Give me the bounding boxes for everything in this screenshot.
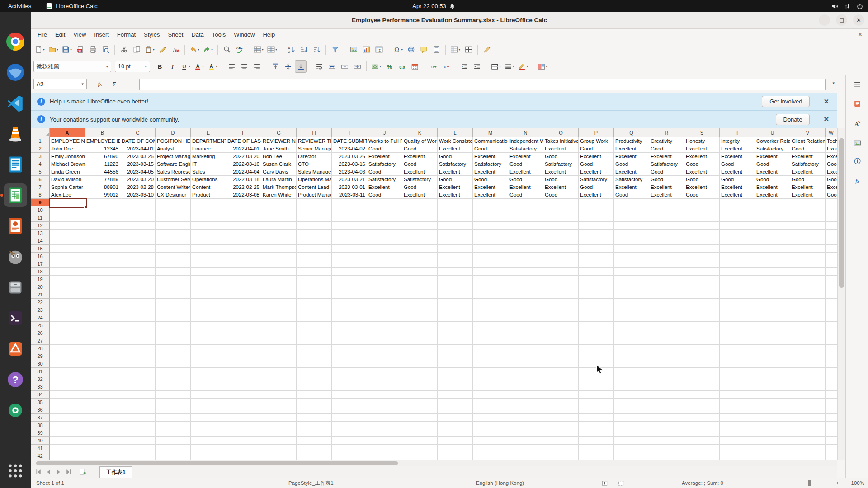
cell-M4[interactable]: Satisfactory [473, 160, 508, 168]
cell-W10[interactable] [826, 206, 837, 214]
open-button[interactable]: ▾ [47, 43, 60, 56]
cell-U3[interactable]: Excellent [755, 153, 790, 160]
cell-A16[interactable] [50, 253, 85, 260]
cell-F10[interactable] [226, 206, 261, 214]
cell-C24[interactable] [120, 314, 156, 322]
cell-H30[interactable] [297, 360, 332, 368]
cell-I25[interactable] [332, 322, 367, 329]
row-header-41[interactable]: 41 [31, 445, 50, 452]
cell-V31[interactable] [790, 368, 826, 375]
cell-W9[interactable] [826, 199, 837, 206]
volume-icon[interactable] [831, 3, 838, 10]
cell-L19[interactable] [438, 276, 473, 283]
cell-K26[interactable] [402, 329, 438, 337]
cell-H41[interactable] [297, 445, 332, 452]
row-header-16[interactable]: 16 [31, 253, 50, 260]
cell-W23[interactable] [826, 306, 837, 314]
cell-P39[interactable] [579, 429, 614, 437]
cell-U38[interactable] [755, 422, 790, 429]
cell-F33[interactable] [226, 383, 261, 391]
cell-D22[interactable] [156, 299, 191, 306]
cell-P42[interactable] [579, 452, 614, 460]
cell-H27[interactable] [297, 337, 332, 345]
cell-W34[interactable] [826, 391, 837, 399]
column-header-N[interactable]: N [508, 128, 543, 137]
cell-S22[interactable] [684, 299, 720, 306]
cell-R17[interactable] [649, 260, 684, 268]
cell-T30[interactable] [720, 360, 755, 368]
cell-L1[interactable]: Work Consistency [438, 137, 473, 145]
menu-help[interactable]: Help [259, 28, 279, 41]
align-left-button[interactable] [226, 60, 237, 73]
cell-N42[interactable] [508, 452, 543, 460]
cell-M30[interactable] [473, 360, 508, 368]
column-header-F[interactable]: F [226, 128, 261, 137]
cell-T26[interactable] [720, 329, 755, 337]
column-header-K[interactable]: K [402, 128, 438, 137]
cell-P1[interactable]: Group Work [579, 137, 614, 145]
cell-L37[interactable] [438, 414, 473, 422]
cell-H2[interactable]: Senior Manager [297, 145, 332, 153]
cell-E38[interactable] [191, 422, 226, 429]
cell-B38[interactable] [85, 422, 120, 429]
cell-T32[interactable] [720, 375, 755, 383]
column-header-R[interactable]: R [649, 128, 684, 137]
cell-W14[interactable] [826, 237, 837, 245]
cell-C7[interactable]: 2023-02-28 [120, 183, 156, 191]
cell-D2[interactable]: Analyst [156, 145, 191, 153]
column-header-U[interactable]: U [755, 128, 790, 137]
column-header-A[interactable]: A [50, 128, 85, 137]
dropdown-arrow-icon[interactable]: ▾ [401, 48, 403, 52]
cell-M36[interactable] [473, 406, 508, 414]
cell-R32[interactable] [649, 375, 684, 383]
cell-D33[interactable] [156, 383, 191, 391]
indent-increase-button[interactable] [458, 60, 470, 73]
menu-file[interactable]: File [33, 28, 51, 41]
cell-H32[interactable] [297, 375, 332, 383]
cell-A23[interactable] [50, 306, 85, 314]
cell-L34[interactable] [438, 391, 473, 399]
cell-D24[interactable] [156, 314, 191, 322]
cell-N27[interactable] [508, 337, 543, 345]
cell-C12[interactable] [120, 222, 156, 230]
cell-V25[interactable] [790, 322, 826, 329]
cell-L20[interactable] [438, 283, 473, 291]
cell-B15[interactable] [85, 245, 120, 253]
dropdown-arrow-icon[interactable]: ▾ [57, 48, 58, 52]
cell-V32[interactable] [790, 375, 826, 383]
cell-V17[interactable] [790, 260, 826, 268]
cell-G6[interactable]: Laura Martin [261, 176, 297, 183]
cell-D20[interactable] [156, 283, 191, 291]
cell-K42[interactable] [402, 452, 438, 460]
vertical-scrollbar[interactable] [837, 128, 845, 460]
cell-N5[interactable]: Excellent [508, 168, 543, 176]
cell-L35[interactable] [438, 399, 473, 406]
cell-M33[interactable] [473, 383, 508, 391]
cell-P5[interactable]: Excellent [579, 168, 614, 176]
cell-B24[interactable] [85, 314, 120, 322]
cell-I19[interactable] [332, 276, 367, 283]
row-header-32[interactable]: 32 [31, 375, 50, 383]
cell-W1[interactable]: Technical Skills [826, 137, 837, 145]
cell-Q33[interactable] [614, 383, 649, 391]
cell-L15[interactable] [438, 245, 473, 253]
cell-I28[interactable] [332, 345, 367, 352]
cell-U26[interactable] [755, 329, 790, 337]
cell-O7[interactable]: Excellent [543, 183, 579, 191]
horizontal-scrollbar[interactable] [31, 460, 837, 466]
cell-R1[interactable]: Creativity [649, 137, 684, 145]
first-sheet-button[interactable] [33, 468, 43, 477]
cell-E40[interactable] [191, 437, 226, 445]
row-header-25[interactable]: 25 [31, 322, 50, 329]
cell-L28[interactable] [438, 345, 473, 352]
row-header-8[interactable]: 8 [31, 191, 50, 199]
cell-S8[interactable]: Good [684, 191, 720, 199]
cell-Q42[interactable] [614, 452, 649, 460]
cell-O37[interactable] [543, 414, 579, 422]
equals-button[interactable]: = [123, 79, 135, 89]
cell-T11[interactable] [720, 214, 755, 222]
cell-E17[interactable] [191, 260, 226, 268]
menu-data[interactable]: Data [187, 28, 208, 41]
cell-C42[interactable] [120, 452, 156, 460]
cell-K34[interactable] [402, 391, 438, 399]
